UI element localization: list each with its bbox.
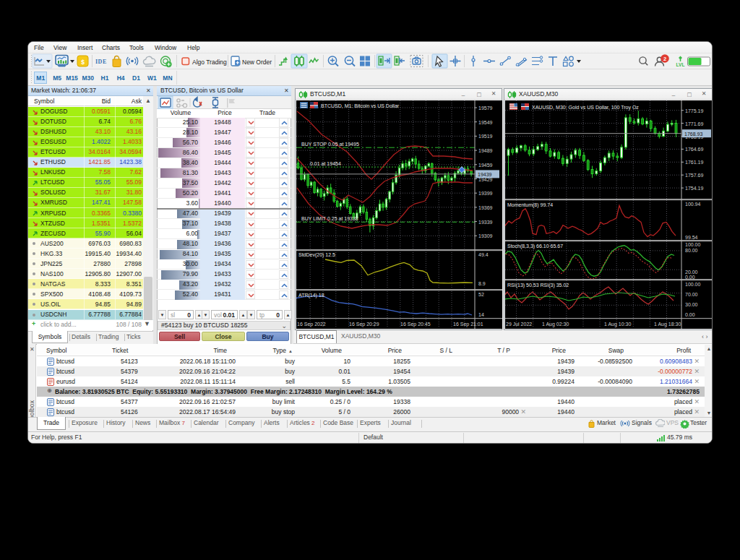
- svg-text:1764.69: 1764.69: [685, 147, 703, 152]
- svg-text:20.00: 20.00: [685, 270, 698, 275]
- svg-text:99.54: 99.54: [685, 235, 698, 240]
- svg-text:16 Sep 2022: 16 Sep 2022: [297, 322, 326, 327]
- svg-text:1775.19: 1775.19: [685, 108, 703, 113]
- svg-text:BTCUSD, M1: Bitcoin vs US Dol: BTCUSD, M1: Bitcoin vs US Dollar: [321, 103, 400, 108]
- svg-text:19339: 19339: [478, 220, 493, 225]
- svg-text:19399: 19399: [478, 191, 493, 196]
- svg-text:19549: 19549: [478, 120, 493, 125]
- svg-text:StdDev(20) 12.5: StdDev(20) 12.5: [298, 252, 335, 258]
- svg-text:16 Sep 20:29: 16 Sep 20:29: [349, 322, 379, 327]
- svg-text:BUY LIMIT 0.25 at 19338: BUY LIMIT 0.25 at 19338: [301, 216, 358, 221]
- svg-text:$: $: [81, 59, 85, 66]
- svg-text:0.00: 0.00: [685, 312, 695, 317]
- svg-text:RSI(13) 50.53 RSI(3) 35.02: RSI(13) 50.53 RSI(3) 35.02: [507, 283, 569, 288]
- svg-text:30.00: 30.00: [685, 302, 698, 307]
- svg-text:29 Jul 2022: 29 Jul 2022: [506, 322, 532, 327]
- svg-text:New Order: New Order: [242, 59, 272, 66]
- svg-text:BUY STOP 0.05 at 19495: BUY STOP 0.05 at 19495: [301, 142, 359, 147]
- svg-text:1754.19: 1754.19: [685, 186, 703, 191]
- svg-text:19579: 19579: [478, 105, 493, 111]
- svg-text:100.00: 100.00: [685, 282, 701, 287]
- svg-text:19439: 19439: [478, 172, 492, 177]
- svg-text:19489: 19489: [478, 148, 493, 153]
- svg-text:80.00: 80.00: [685, 248, 698, 253]
- svg-text:Stoch(8,3,3) 66.10 65.67: Stoch(8,3,3) 66.10 65.67: [507, 244, 563, 249]
- svg-text:70.00: 70.00: [685, 292, 698, 297]
- svg-text:1 Aug 18:30: 1 Aug 18:30: [654, 322, 681, 327]
- svg-text:0.01 at 19454: 0.01 at 19454: [310, 161, 341, 166]
- svg-text:16 Sep 21:01: 16 Sep 21:01: [453, 322, 483, 327]
- svg-text:1 Aug 02:30: 1 Aug 02:30: [542, 322, 569, 327]
- svg-text:1761.19: 1761.19: [685, 160, 703, 165]
- svg-text:LVL: LVL: [676, 62, 685, 67]
- svg-text:IDE: IDE: [95, 59, 107, 65]
- svg-text:Algo Trading: Algo Trading: [192, 59, 227, 66]
- svg-text:19369: 19369: [478, 205, 493, 210]
- svg-text:1757.69: 1757.69: [685, 173, 703, 178]
- svg-text:2: 2: [663, 56, 666, 62]
- svg-text:16 Sep 20:45: 16 Sep 20:45: [400, 322, 431, 327]
- svg-text:52: 52: [478, 292, 484, 297]
- svg-text:8.9: 8.9: [478, 281, 486, 286]
- svg-text:49.4: 49.4: [478, 252, 489, 257]
- svg-text:ATR(14) 18: ATR(14) 18: [298, 293, 324, 298]
- svg-text:Momentum(8) 99.74: Momentum(8) 99.74: [507, 202, 553, 208]
- svg-text:1771.69: 1771.69: [685, 121, 703, 126]
- svg-text:19309: 19309: [478, 233, 493, 238]
- svg-text:1768.93: 1768.93: [684, 132, 702, 137]
- svg-text:19459: 19459: [478, 163, 493, 168]
- svg-text:14: 14: [478, 312, 484, 317]
- svg-text:1 Aug 10:30: 1 Aug 10:30: [604, 322, 631, 327]
- svg-text:100.00: 100.00: [685, 242, 701, 247]
- svg-text:XAUUSD, M30: Gold vs US Dolla: XAUUSD, M30: Gold vs US Dollar, 100 Troy…: [532, 105, 639, 111]
- svg-text:100.94: 100.94: [685, 202, 701, 207]
- svg-text:0.00: 0.00: [685, 275, 695, 280]
- svg-text:19519: 19519: [478, 134, 493, 139]
